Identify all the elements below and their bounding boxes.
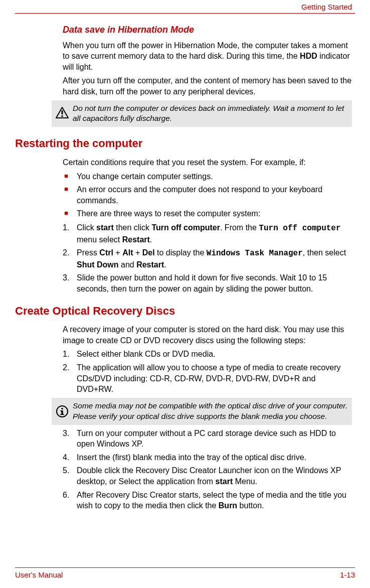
- hdd-bold: HDD: [300, 52, 317, 60]
- warning-icon: [52, 107, 73, 120]
- bold: Ctrl: [99, 248, 113, 257]
- list-item: 2. Press Ctrl + Alt + Del to display the…: [63, 247, 352, 270]
- bold: Turn off computer: [151, 223, 220, 232]
- restarting-steps: 1. Click start then click Turn off compu…: [63, 222, 352, 295]
- footer-left: User's Manual: [15, 570, 63, 580]
- bold: Restart: [122, 235, 150, 244]
- text: . From the: [220, 223, 259, 232]
- text: Turn on your computer without a PC card …: [77, 429, 336, 449]
- text: Click: [77, 223, 96, 232]
- step-number: 2.: [63, 247, 69, 258]
- recovery-heading: Create Optical Recovery Discs: [15, 304, 352, 319]
- text: Slide the power button and hold it down …: [77, 273, 327, 293]
- step-number: 4.: [63, 452, 69, 463]
- step-number: 3.: [63, 272, 69, 283]
- svg-rect-2: [62, 115, 63, 117]
- mono-bold: Turn off computer: [259, 224, 340, 233]
- list-item: 3. Slide the power button and hold it do…: [63, 272, 352, 294]
- info-icon: [52, 405, 73, 417]
- bold: Alt: [122, 248, 133, 257]
- list-item: You change certain computer settings.: [63, 171, 352, 182]
- svg-point-4: [61, 407, 63, 409]
- text: and: [119, 260, 137, 269]
- svg-rect-6: [61, 410, 62, 411]
- footer-right: 1-13: [340, 570, 355, 580]
- step-number: 3.: [63, 428, 69, 439]
- text: The application will allow you to choose…: [77, 363, 341, 393]
- list-item: 2. The application will allow you to cho…: [63, 362, 352, 395]
- info-text: Some media may not be compatible with th…: [73, 401, 349, 422]
- svg-rect-1: [62, 110, 63, 114]
- text: Double click the Recovery Disc Creator L…: [77, 466, 341, 486]
- header-rule: [15, 13, 355, 14]
- list-item: 1. Click start then click Turn off compu…: [63, 222, 352, 245]
- text: .: [164, 260, 166, 269]
- step-number: 5.: [63, 465, 69, 476]
- bold: Restart: [136, 260, 164, 269]
- info-callout: Some media may not be compatible with th…: [52, 398, 352, 425]
- list-item: 1. Select either blank CDs or DVD media.: [63, 349, 352, 360]
- hibernation-para-2: After you turn off the computer, and the…: [63, 75, 352, 97]
- recovery-steps-a: 1. Select either blank CDs or DVD media.…: [63, 349, 352, 394]
- page-footer: User's Manual 1-13: [15, 567, 355, 580]
- hibernation-heading: Data save in Hibernation Mode: [63, 24, 352, 36]
- svg-rect-7: [61, 414, 64, 415]
- restarting-bullets: You change certain computer settings. An…: [63, 171, 352, 219]
- bold: start: [96, 223, 114, 232]
- restarting-heading: Restarting the computer: [15, 136, 352, 151]
- text: Press: [77, 248, 99, 257]
- bold: start: [216, 477, 233, 486]
- list-item: 6. After Recovery Disc Creator starts, s…: [63, 490, 352, 511]
- list-item: 3. Turn on your computer without a PC ca…: [63, 428, 352, 450]
- list-item: 5. Double click the Recovery Disc Creato…: [63, 465, 352, 487]
- bold: Shut Down: [77, 260, 119, 269]
- list-item: An error occurs and the computer does no…: [63, 184, 352, 206]
- text: After Recovery Disc Creator starts, sele…: [77, 491, 346, 510]
- text: .: [150, 235, 152, 244]
- text: then click: [114, 223, 152, 232]
- text: Menu.: [233, 477, 257, 486]
- warning-text: Do not turn the computer or devices back…: [73, 103, 349, 124]
- step-number: 2.: [63, 362, 69, 373]
- mono: Turn off computer: [259, 224, 340, 233]
- mono: Windows Task Manager: [207, 249, 303, 258]
- text: menu select: [77, 235, 122, 244]
- bold: Del: [142, 248, 155, 257]
- text: +: [113, 248, 122, 257]
- text: Select either blank CDs or DVD media.: [77, 350, 216, 358]
- warning-callout: Do not turn the computer or devices back…: [52, 100, 352, 127]
- step-number: 6.: [63, 490, 69, 501]
- header-section-label: Getting Started: [15, 0, 355, 12]
- mono-bold: Windows Task Manager: [207, 249, 303, 258]
- page-content: Data save in Hibernation Mode When you t…: [15, 24, 355, 511]
- text: Insert the (first) blank media into the …: [77, 453, 306, 462]
- text: , then select: [303, 248, 346, 257]
- text: to display the: [155, 248, 207, 257]
- step-number: 1.: [63, 222, 69, 233]
- step-number: 1.: [63, 349, 69, 360]
- list-item: There are three ways to reset the comput…: [63, 208, 352, 219]
- text: button.: [237, 501, 264, 510]
- recovery-steps-b: 3. Turn on your computer without a PC ca…: [63, 428, 352, 511]
- list-item: 4. Insert the (first) blank media into t…: [63, 452, 352, 463]
- hibernation-para-1: When you turn off the power in Hibernati…: [63, 40, 352, 73]
- footer-rule: [15, 567, 355, 568]
- text: +: [133, 248, 142, 257]
- restarting-intro: Certain conditions require that you rese…: [63, 157, 352, 168]
- recovery-intro: A recovery image of your computer is sto…: [63, 324, 352, 346]
- bold: Burn: [219, 501, 237, 510]
